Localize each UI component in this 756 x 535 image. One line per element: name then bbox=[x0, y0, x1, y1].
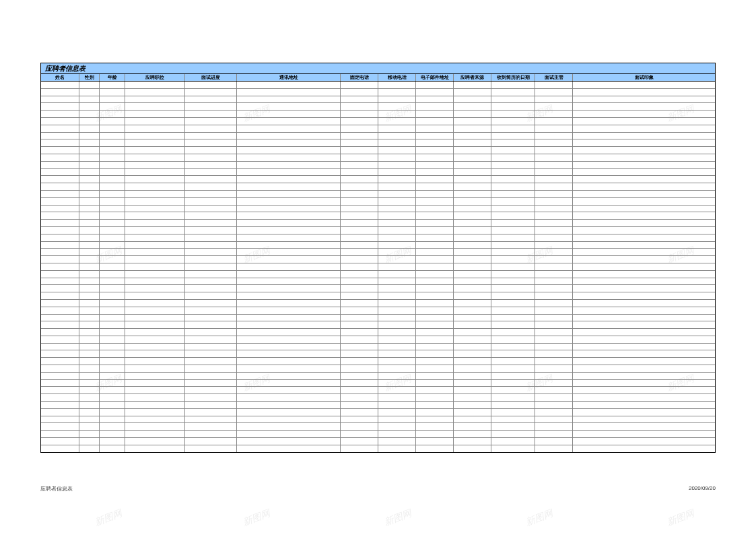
table-cell bbox=[454, 416, 491, 423]
table-cell bbox=[341, 198, 378, 205]
table-cell bbox=[491, 183, 535, 190]
table-cell bbox=[535, 373, 573, 379]
watermark: 新图网 bbox=[93, 507, 124, 528]
table-cell bbox=[454, 307, 491, 314]
table-cell bbox=[573, 256, 715, 263]
table-cell bbox=[237, 103, 341, 110]
table-cell bbox=[573, 285, 715, 292]
table-cell bbox=[79, 315, 100, 321]
table-cell bbox=[573, 292, 715, 299]
table-cell bbox=[185, 256, 237, 263]
table-cell bbox=[79, 183, 100, 190]
table-row bbox=[41, 408, 715, 416]
table-row bbox=[41, 117, 715, 125]
table-cell bbox=[41, 307, 79, 314]
table-cell bbox=[100, 380, 125, 387]
table-row bbox=[41, 102, 715, 110]
table-cell bbox=[125, 249, 185, 255]
table-cell bbox=[454, 139, 491, 146]
table-cell bbox=[378, 373, 416, 379]
table-cell bbox=[573, 220, 715, 226]
table-cell bbox=[125, 96, 185, 103]
table-cell bbox=[535, 365, 573, 372]
table-cell bbox=[416, 191, 454, 197]
table-cell bbox=[491, 96, 535, 103]
table-cell bbox=[491, 271, 535, 278]
table-cell bbox=[79, 133, 100, 139]
table-cell bbox=[185, 249, 237, 255]
col-header-source: 应聘者来源 bbox=[454, 74, 491, 81]
table-cell bbox=[100, 227, 125, 234]
table-cell bbox=[185, 220, 237, 226]
table-cell bbox=[535, 96, 573, 103]
table-cell bbox=[454, 315, 491, 321]
table-cell bbox=[237, 350, 341, 357]
table-cell bbox=[237, 242, 341, 249]
table-cell bbox=[535, 191, 573, 197]
table-cell bbox=[125, 344, 185, 350]
table-cell bbox=[341, 139, 378, 146]
table-cell bbox=[125, 206, 185, 212]
table-cell bbox=[185, 82, 237, 88]
table-cell bbox=[100, 387, 125, 394]
table-cell bbox=[341, 220, 378, 226]
table-cell bbox=[573, 438, 715, 445]
table-row bbox=[41, 183, 715, 190]
table-cell bbox=[237, 206, 341, 212]
table-row bbox=[41, 255, 715, 263]
table-cell bbox=[573, 300, 715, 307]
table-cell bbox=[341, 263, 378, 270]
table-cell bbox=[454, 133, 491, 139]
table-cell bbox=[341, 321, 378, 328]
table-cell bbox=[454, 329, 491, 336]
table-cell bbox=[237, 402, 341, 408]
table-cell bbox=[341, 373, 378, 379]
table-cell bbox=[237, 256, 341, 263]
table-cell bbox=[378, 307, 416, 314]
table-cell bbox=[41, 431, 79, 437]
table-cell bbox=[416, 263, 454, 270]
table-cell bbox=[454, 431, 491, 437]
table-cell bbox=[416, 394, 454, 401]
table-cell bbox=[41, 256, 79, 263]
table-cell bbox=[100, 394, 125, 401]
table-cell bbox=[341, 307, 378, 314]
table-cell bbox=[491, 139, 535, 146]
table-cell bbox=[491, 300, 535, 307]
table-row bbox=[41, 386, 715, 394]
table-cell bbox=[491, 344, 535, 350]
table-cell bbox=[454, 394, 491, 401]
table-cell bbox=[237, 133, 341, 139]
table-cell bbox=[535, 176, 573, 183]
table-row bbox=[41, 394, 715, 401]
table-cell bbox=[416, 147, 454, 154]
table-cell bbox=[573, 89, 715, 96]
table-cell bbox=[378, 206, 416, 212]
table-cell bbox=[237, 445, 341, 452]
table-cell bbox=[573, 234, 715, 241]
table-cell bbox=[41, 336, 79, 343]
table-cell bbox=[535, 445, 573, 452]
table-cell bbox=[237, 431, 341, 437]
table-cell bbox=[185, 191, 237, 197]
table-cell bbox=[573, 96, 715, 103]
table-cell bbox=[237, 336, 341, 343]
table-cell bbox=[341, 183, 378, 190]
table-cell bbox=[185, 380, 237, 387]
table-cell bbox=[378, 263, 416, 270]
table-row bbox=[41, 292, 715, 299]
table-cell bbox=[185, 329, 237, 336]
table-cell bbox=[79, 431, 100, 437]
table-cell bbox=[535, 256, 573, 263]
table-cell bbox=[491, 176, 535, 183]
table-cell bbox=[79, 307, 100, 314]
watermark: 新图网 bbox=[665, 507, 696, 528]
table-cell bbox=[454, 111, 491, 117]
table-cell bbox=[237, 409, 341, 416]
table-cell bbox=[573, 423, 715, 430]
table-cell bbox=[185, 271, 237, 278]
table-cell bbox=[491, 212, 535, 219]
table-cell bbox=[341, 336, 378, 343]
table-cell bbox=[378, 169, 416, 176]
table-cell bbox=[416, 315, 454, 321]
